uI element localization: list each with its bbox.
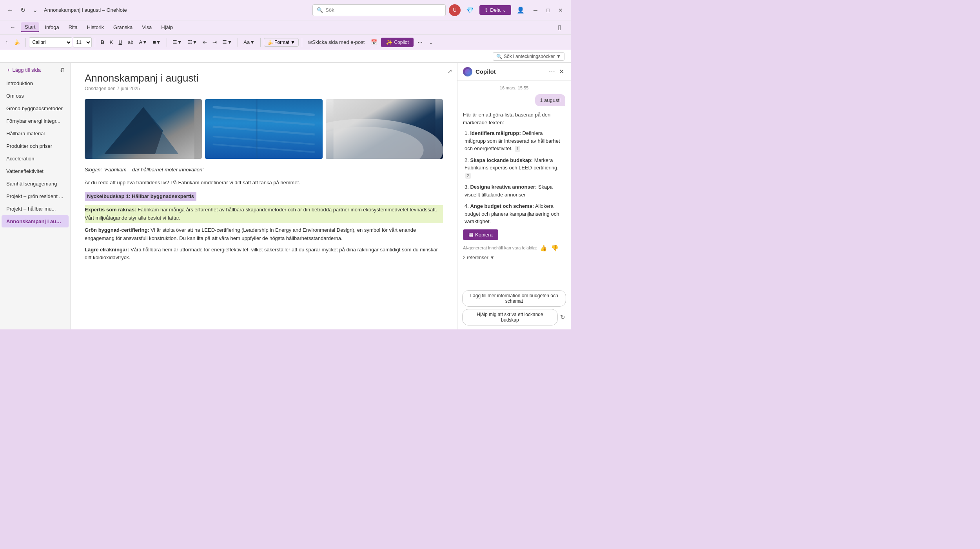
toolbar-divider-4 [238,38,238,47]
sidebar-item-samhalls[interactable]: Samhällsengagemang [2,178,69,190]
search-icon: 🔍 [317,7,323,13]
bullet-list-button[interactable]: ☰▼ [170,38,185,46]
image-2[interactable] [205,99,322,159]
menu-item-infoga[interactable]: Infoga [41,23,63,32]
add-page-button[interactable]: + Lägg till sida [4,65,57,75]
minimize-button[interactable]: ─ [530,5,541,16]
list-item-4-bold: Ange budget och schema: [470,203,534,209]
list-item-1-bold: Identifiera målgrupp: [470,130,521,136]
sidebar-item-om-oss[interactable]: Om oss [2,90,69,102]
format-chevron-icon: ▼ [290,40,295,45]
copilot-toolbar-button[interactable]: ✨ Copilot [381,38,413,47]
toolbar-paint-btn[interactable]: 🍌 [11,38,22,46]
menu-item-granska[interactable]: Granska [109,23,136,32]
feedback-row: AI-genererat innehåll kan vara felaktigt… [463,244,565,253]
sidebar-item-produkter[interactable]: Produkter och priser [2,140,69,152]
search-bar[interactable]: 🔍 Sök [312,4,446,16]
sidebar-item-projekt-hallbar[interactable]: Projekt – hållbar mu... [2,203,69,215]
image-1[interactable] [85,99,202,159]
send-email-button[interactable]: ✉ Skicka sida med e-post [305,38,367,46]
menu-bar-right: ▯ [555,22,564,33]
suggestion-button-2[interactable]: Hjälp mig att skriva ett lockande budska… [462,309,558,325]
sidebar-item-vatten[interactable]: Vatteneffektivitet [2,165,69,177]
list-item: 4. Ange budget och schema: Allokera budg… [463,202,565,225]
format-button[interactable]: 🍌 Format ▼ [264,38,299,47]
nb-search-label: Sök i anteckningsböcker [504,54,555,59]
references-row[interactable]: 2 referenser ▼ [463,254,565,261]
menu-item-start[interactable]: Start [21,22,39,32]
copilot-panel: Copilot ⋯ ✕ 16 mars, 15:55 1 augusti Här… [457,63,571,329]
highlight-button[interactable]: ■▼ [151,38,163,46]
align-button[interactable]: ☰▼ [220,38,234,46]
chat-timestamp: 16 mars, 15:55 [463,85,565,90]
numbered-list-button[interactable]: ☷▼ [185,38,200,46]
thumbs-up-button[interactable]: 👍 [539,244,548,253]
back-button[interactable]: ← [5,5,16,15]
share-icon: ⇧ [484,7,488,13]
italic-button[interactable]: K [107,38,116,46]
toolbar-undo-btn[interactable]: ↑ [3,38,11,46]
suggestion-button-1[interactable]: Lägg till mer information om budgeten oc… [462,290,566,307]
sidebar-item-annonskampanj[interactable]: Annonskampanj i augusti [2,215,69,227]
title-bar-left: ← ↻ ⌄ Annonskampanj i augusti – OneNote [5,5,309,15]
avatar[interactable]: U [449,4,461,16]
thumbs-down-button[interactable]: 👎 [550,244,559,253]
maximize-button[interactable]: □ [543,5,554,16]
page-content: Slogan: "Fabrikam – där hållbarhet möter… [85,166,443,262]
window-controls: ─ □ ✕ [530,5,566,16]
toolbar-list-group: ☰▼ ☷▼ ⇤ ⇥ ☰▼ [170,38,235,46]
copilot-more-button[interactable]: ⋯ [548,67,556,76]
underline-button[interactable]: U [116,38,125,46]
menu-item-rita[interactable]: Rita [65,23,82,32]
image-3[interactable] [326,99,443,159]
rewards-button[interactable]: 💎 [464,5,476,15]
section-1: Expertis som räknas: Fabrikam har många … [85,205,443,223]
quick-access-button[interactable]: ⌄ [30,5,40,15]
toolbar-divider-6 [302,38,302,47]
sidebar-item-hallbara[interactable]: Hållbara material [2,127,69,140]
menu-item-hjalp[interactable]: Hjälp [157,23,177,32]
copilot-title: Copilot [475,68,544,75]
copilot-header: Copilot ⋯ ✕ [457,63,571,81]
sidebar-item-introduktion[interactable]: Introduktion [2,77,69,89]
sort-button[interactable]: ⇵ [58,65,66,75]
menu-bar: ← Start Infoga Rita Historik Granska Vis… [0,20,571,35]
content-area: ➚ Annonskampanj i augusti Onsdagen den 7… [71,63,457,329]
copilot-body: 16 mars, 15:55 1 augusti Här är en att g… [457,81,571,286]
notebook-search[interactable]: 🔍 Sök i anteckningsböcker ▼ [493,52,564,61]
calendar-button[interactable]: 📅 [368,38,379,46]
section-3: Lägre elräkningar: Våra hållbara hem är … [85,246,443,262]
toolbar-divider-5 [260,38,261,47]
app-title: Annonskampanj i augusti – OneNote [44,7,127,13]
expand-button[interactable]: ➚ [447,67,452,75]
help-icon-button[interactable]: 👤 [514,5,527,15]
section-2: Grön byggnad-certifiering: Vi är stolta … [85,226,443,243]
decrease-indent-button[interactable]: ⇤ [200,38,209,46]
styles-button[interactable]: Aa▼ [241,38,257,46]
menu-item-historik[interactable]: Historik [83,23,108,32]
menu-item-back[interactable]: ← [6,23,19,32]
font-size-select[interactable]: 11 [73,37,92,47]
increase-indent-button[interactable]: ⇥ [210,38,219,46]
sidebar-item-grona[interactable]: Gröna byggnadsmetoder [2,102,69,115]
font-color-button[interactable]: A▼ [136,38,150,46]
toolbar-expand-button[interactable]: ⌄ [426,38,436,46]
font-family-select[interactable]: Calibri [29,37,72,47]
refresh-button[interactable]: ↻ [559,313,566,322]
close-button[interactable]: ✕ [555,5,566,16]
sidebar-item-acceleration[interactable]: Acceleration [2,153,69,165]
toolbar-format-group: B K U ab A▼ ■▼ [98,38,163,46]
undo-button[interactable]: ↻ [18,5,28,15]
copy-icon-button[interactable]: ▯ [555,22,564,33]
share-button[interactable]: ⇧ Dela ⌄ [479,5,511,15]
sidebar-item-projekt-gron[interactable]: Projekt – grön resident ... [2,190,69,202]
copy-button[interactable]: ▦ Kopiera [463,229,498,240]
copilot-header-buttons: ⋯ ✕ [548,67,565,76]
menu-item-visa[interactable]: Visa [138,23,156,32]
strikethrough-button[interactable]: ab [125,38,136,46]
sidebar-item-fornybar[interactable]: Förnybar energi integr... [2,115,69,127]
bold-button[interactable]: B [98,38,107,46]
body-text: Är du redo att uppleva framtidens liv? P… [85,179,443,187]
copilot-close-button[interactable]: ✕ [558,67,565,76]
more-options-button[interactable]: ⋯ [415,38,425,46]
